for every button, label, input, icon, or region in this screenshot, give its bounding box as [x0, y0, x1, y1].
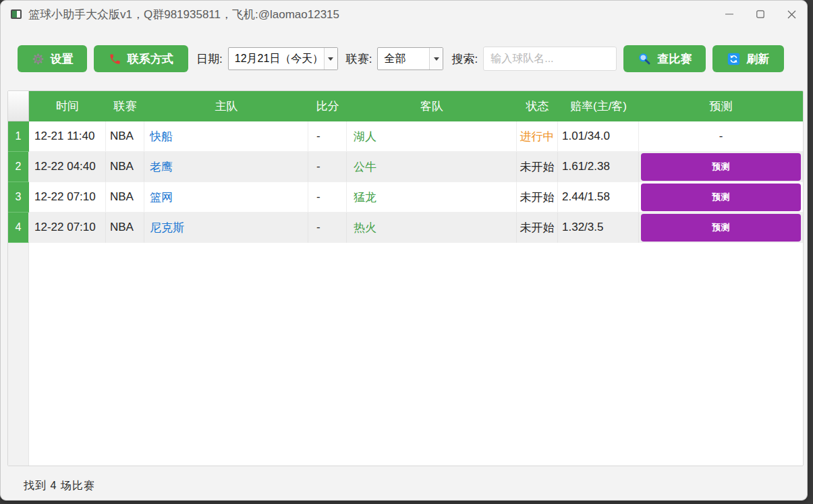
table-corner-cell — [8, 91, 29, 121]
contact-label: 联系方式 — [128, 51, 173, 67]
cell-time: 12-22 07:10 — [29, 182, 106, 213]
search-icon — [638, 52, 651, 65]
cell-status: 进行中 — [517, 121, 558, 152]
close-button[interactable] — [776, 1, 807, 28]
date-dropdown-value: 12月21日（今天） — [229, 52, 324, 66]
refresh-label: 刷新 — [746, 51, 769, 67]
find-matches-button[interactable]: 查比赛 — [623, 45, 706, 72]
prediction-placeholder: - — [719, 130, 723, 143]
app-icon — [11, 9, 22, 19]
cell-odds: 1.61/2.38 — [558, 152, 639, 182]
cell-away-team: 公牛 — [347, 152, 517, 182]
cell-odds: 2.44/1.58 — [558, 182, 639, 213]
settings-label: 设置 — [51, 51, 74, 67]
toolbar: 设置 联系方式 日期: 12月21日（今天） 联赛: 全部 搜索: 查比赛 — [1, 43, 807, 75]
matches-table: 时间联赛主队比分客队状态赔率(主/客)预测 1 12-21 11:40 NBA … — [7, 90, 804, 466]
cell-prediction: - — [639, 121, 803, 152]
cell-away-team: 猛龙 — [347, 182, 517, 213]
phone-icon — [109, 53, 121, 65]
cell-time: 12-22 04:40 — [29, 152, 106, 182]
settings-button[interactable]: 设置 — [18, 45, 87, 72]
cell-home-team: 篮网 — [144, 182, 308, 213]
cell-home-team: 尼克斯 — [144, 213, 308, 243]
league-dropdown[interactable]: 全部 — [377, 47, 443, 70]
app-window: 篮球小助手大众版v1，Q群981935811，飞机:@laomao12315 — [0, 0, 808, 501]
gear-icon — [32, 53, 45, 65]
cell-prediction: 预测 — [639, 213, 803, 243]
cell-league: NBA — [106, 213, 144, 243]
cell-status: 未开始 — [517, 213, 558, 243]
cell-odds: 1.01/34.0 — [558, 121, 639, 152]
date-dropdown[interactable]: 12月21日（今天） — [228, 47, 338, 70]
column-header: 比分 — [308, 91, 347, 121]
cell-score: - — [308, 121, 347, 152]
cell-time: 12-21 11:40 — [29, 121, 106, 152]
refresh-button[interactable]: 刷新 — [712, 45, 784, 72]
cell-home-team: 老鹰 — [144, 152, 308, 182]
row-number: 4 — [8, 213, 29, 243]
search-input[interactable] — [483, 47, 617, 71]
find-matches-label: 查比赛 — [657, 51, 692, 67]
cell-away-team: 湖人 — [347, 121, 517, 152]
match-count-text: 找到 4 场比赛 — [24, 479, 95, 493]
column-header: 时间 — [29, 91, 106, 121]
title-bar: 篮球小助手大众版v1，Q群981935811，飞机:@laomao12315 — [1, 1, 807, 28]
chevron-down-icon[interactable] — [429, 48, 443, 69]
status-bar: 找到 4 场比赛 — [1, 471, 807, 501]
cell-prediction: 预测 — [639, 182, 803, 213]
cell-league: NBA — [106, 182, 144, 213]
row-header-filler — [8, 243, 29, 466]
column-header: 状态 — [517, 91, 558, 121]
cell-league: NBA — [106, 121, 144, 152]
league-label: 联赛: — [346, 51, 372, 67]
close-icon — [787, 10, 796, 19]
cell-league: NBA — [106, 152, 144, 182]
refresh-icon — [727, 53, 740, 65]
row-number: 1 — [8, 121, 29, 152]
window-controls — [714, 1, 807, 28]
contact-button[interactable]: 联系方式 — [94, 45, 188, 72]
search-label: 搜索: — [451, 51, 478, 67]
row-number: 3 — [8, 182, 29, 213]
predict-button[interactable]: 预测 — [641, 153, 801, 181]
maximize-icon — [756, 10, 764, 18]
cell-status: 未开始 — [517, 182, 558, 213]
maximize-button[interactable] — [745, 1, 776, 28]
predict-button[interactable]: 预测 — [641, 214, 801, 242]
chevron-down-icon[interactable] — [324, 48, 337, 69]
column-header: 联赛 — [106, 91, 144, 121]
cell-time: 12-22 07:10 — [29, 213, 106, 243]
column-header: 客队 — [347, 91, 517, 121]
column-header: 主队 — [144, 91, 308, 121]
cell-score: - — [308, 152, 347, 182]
row-number: 2 — [8, 152, 29, 182]
matches-grid: 时间联赛主队比分客队状态赔率(主/客)预测 1 12-21 11:40 NBA … — [8, 91, 803, 243]
cell-prediction: 预测 — [639, 152, 803, 182]
cell-status: 未开始 — [517, 152, 558, 182]
minimize-button[interactable] — [714, 1, 745, 28]
cell-odds: 1.32/3.5 — [558, 213, 639, 243]
minimize-icon — [725, 10, 733, 18]
column-header: 预测 — [639, 91, 803, 121]
cell-score: - — [308, 213, 347, 243]
league-dropdown-value: 全部 — [378, 52, 429, 66]
predict-button[interactable]: 预测 — [641, 184, 801, 211]
cell-score: - — [308, 182, 347, 213]
date-label: 日期: — [196, 51, 223, 67]
cell-home-team: 快船 — [144, 121, 308, 152]
window-title: 篮球小助手大众版v1，Q群981935811，飞机:@laomao12315 — [28, 7, 339, 22]
column-header: 赔率(主/客) — [558, 91, 639, 121]
cell-away-team: 热火 — [347, 213, 517, 243]
